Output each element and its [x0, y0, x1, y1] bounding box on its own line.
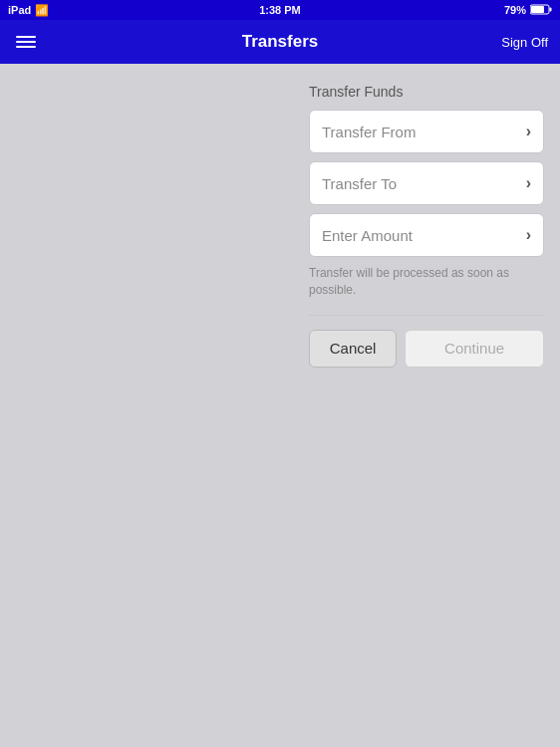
status-bar: iPad 📶 1:38 PM 79% — [0, 0, 560, 20]
hamburger-icon — [16, 41, 36, 43]
section-title: Transfer Funds — [309, 84, 544, 100]
svg-rect-2 — [531, 6, 544, 13]
sign-off-button[interactable]: Sign Off — [501, 35, 548, 50]
info-text: Transfer will be processed as soon as po… — [309, 265, 544, 299]
left-panel — [0, 64, 299, 747]
device-label: iPad — [8, 4, 31, 16]
svg-rect-1 — [550, 7, 552, 11]
status-left: iPad 📶 — [8, 4, 49, 17]
cancel-button[interactable]: Cancel — [309, 330, 397, 368]
transfer-from-chevron: › — [526, 123, 531, 140]
transfer-to-label: Transfer To — [322, 175, 397, 192]
button-row: Cancel Continue — [309, 330, 544, 368]
status-right: 79% — [504, 4, 552, 17]
enter-amount-chevron: › — [526, 226, 531, 244]
right-panel: Transfer Funds Transfer From › Transfer … — [299, 64, 560, 747]
navbar: Transfers Sign Off — [0, 20, 560, 64]
battery-percent: 79% — [504, 4, 526, 16]
divider — [309, 315, 544, 316]
transfer-from-label: Transfer From — [322, 124, 416, 140]
hamburger-icon — [16, 36, 36, 38]
transfer-to-row[interactable]: Transfer To › — [309, 161, 544, 205]
battery-icon — [530, 4, 552, 17]
hamburger-icon — [16, 46, 36, 48]
main-content: Transfer Funds Transfer From › Transfer … — [0, 64, 560, 747]
transfer-to-chevron: › — [526, 174, 531, 192]
page-title: Transfers — [242, 32, 319, 52]
status-time: 1:38 PM — [259, 4, 301, 16]
menu-button[interactable] — [12, 32, 40, 52]
continue-button[interactable]: Continue — [405, 330, 544, 368]
wifi-icon: 📶 — [35, 4, 49, 17]
enter-amount-row[interactable]: Enter Amount › — [309, 213, 544, 257]
enter-amount-label: Enter Amount — [322, 227, 413, 244]
transfer-from-row[interactable]: Transfer From › — [309, 110, 544, 153]
